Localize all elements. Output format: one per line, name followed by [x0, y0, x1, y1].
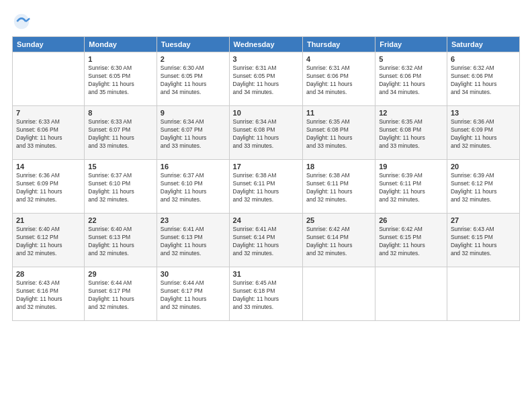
day-number: 21: [16, 216, 81, 224]
day-number: 8: [88, 109, 153, 117]
cell-info: Sunrise: 6:37 AM Sunset: 6:10 PM Dayligh…: [88, 172, 153, 204]
day-number: 10: [233, 109, 299, 117]
calendar-cell: 10Sunrise: 6:34 AM Sunset: 6:08 PM Dayli…: [229, 106, 302, 160]
calendar-cell: 17Sunrise: 6:38 AM Sunset: 6:11 PM Dayli…: [229, 160, 302, 214]
calendar-cell: 19Sunrise: 6:39 AM Sunset: 6:11 PM Dayli…: [375, 160, 447, 214]
calendar-cell: 31Sunrise: 6:45 AM Sunset: 6:18 PM Dayli…: [229, 267, 302, 321]
calendar-cell: 24Sunrise: 6:41 AM Sunset: 6:14 PM Dayli…: [229, 214, 302, 267]
calendar-cell: 7Sunrise: 6:33 AM Sunset: 6:06 PM Daylig…: [13, 106, 85, 160]
day-number: 25: [306, 216, 371, 224]
day-number: 14: [16, 163, 81, 171]
day-number: 12: [379, 109, 443, 117]
calendar-table: SundayMondayTuesdayWednesdayThursdayFrid…: [12, 36, 520, 321]
calendar-cell: 14Sunrise: 6:36 AM Sunset: 6:09 PM Dayli…: [13, 160, 85, 214]
calendar-cell: 1Sunrise: 6:30 AM Sunset: 6:05 PM Daylig…: [85, 52, 157, 106]
calendar-cell: [375, 267, 447, 321]
calendar-day-header: Wednesday: [229, 37, 302, 52]
cell-info: Sunrise: 6:30 AM Sunset: 6:05 PM Dayligh…: [161, 64, 226, 97]
day-number: 4: [306, 55, 371, 63]
cell-info: Sunrise: 6:42 AM Sunset: 6:15 PM Dayligh…: [379, 226, 443, 258]
calendar-cell: 29Sunrise: 6:44 AM Sunset: 6:17 PM Dayli…: [85, 267, 157, 321]
day-number: 7: [16, 109, 81, 117]
day-number: 13: [451, 109, 516, 117]
calendar-cell: 23Sunrise: 6:41 AM Sunset: 6:13 PM Dayli…: [157, 214, 229, 267]
calendar-cell: [447, 267, 519, 321]
calendar-header-row: SundayMondayTuesdayWednesdayThursdayFrid…: [13, 37, 520, 52]
cell-info: Sunrise: 6:42 AM Sunset: 6:14 PM Dayligh…: [306, 226, 371, 258]
calendar-cell: 11Sunrise: 6:35 AM Sunset: 6:08 PM Dayli…: [302, 106, 375, 160]
day-number: 6: [451, 55, 516, 63]
cell-info: Sunrise: 6:41 AM Sunset: 6:13 PM Dayligh…: [161, 226, 226, 258]
cell-info: Sunrise: 6:32 AM Sunset: 6:06 PM Dayligh…: [379, 64, 443, 97]
day-number: 22: [88, 216, 153, 224]
day-number: 9: [161, 109, 226, 117]
cell-info: Sunrise: 6:40 AM Sunset: 6:13 PM Dayligh…: [88, 226, 153, 258]
cell-info: Sunrise: 6:45 AM Sunset: 6:18 PM Dayligh…: [233, 279, 299, 312]
cell-info: Sunrise: 6:44 AM Sunset: 6:17 PM Dayligh…: [88, 279, 153, 312]
logo: [12, 12, 34, 31]
cell-info: Sunrise: 6:43 AM Sunset: 6:15 PM Dayligh…: [451, 226, 516, 258]
day-number: 11: [306, 109, 371, 117]
day-number: 16: [161, 163, 226, 171]
calendar-cell: 13Sunrise: 6:36 AM Sunset: 6:09 PM Dayli…: [447, 106, 519, 160]
day-number: 17: [233, 163, 299, 171]
day-number: 15: [88, 163, 153, 171]
calendar-cell: 12Sunrise: 6:35 AM Sunset: 6:08 PM Dayli…: [375, 106, 447, 160]
calendar-cell: 25Sunrise: 6:42 AM Sunset: 6:14 PM Dayli…: [302, 214, 375, 267]
cell-info: Sunrise: 6:32 AM Sunset: 6:06 PM Dayligh…: [451, 64, 516, 97]
cell-info: Sunrise: 6:31 AM Sunset: 6:06 PM Dayligh…: [306, 64, 371, 97]
calendar-cell: 28Sunrise: 6:43 AM Sunset: 6:16 PM Dayli…: [13, 267, 85, 321]
day-number: 26: [379, 216, 443, 224]
logo-icon: [12, 12, 31, 31]
day-number: 30: [161, 270, 226, 278]
cell-info: Sunrise: 6:33 AM Sunset: 6:07 PM Dayligh…: [88, 118, 153, 150]
calendar-cell: 5Sunrise: 6:32 AM Sunset: 6:06 PM Daylig…: [375, 52, 447, 106]
calendar-cell: 21Sunrise: 6:40 AM Sunset: 6:12 PM Dayli…: [13, 214, 85, 267]
calendar-cell: [13, 52, 85, 106]
calendar-day-header: Tuesday: [157, 37, 229, 52]
calendar-cell: 9Sunrise: 6:34 AM Sunset: 6:07 PM Daylig…: [157, 106, 229, 160]
day-number: 28: [16, 270, 81, 278]
day-number: 29: [88, 270, 153, 278]
cell-info: Sunrise: 6:31 AM Sunset: 6:05 PM Dayligh…: [233, 64, 299, 97]
calendar-week-row: 1Sunrise: 6:30 AM Sunset: 6:05 PM Daylig…: [13, 52, 520, 106]
day-number: 2: [161, 55, 226, 63]
cell-info: Sunrise: 6:39 AM Sunset: 6:11 PM Dayligh…: [379, 172, 443, 204]
calendar-cell: 26Sunrise: 6:42 AM Sunset: 6:15 PM Dayli…: [375, 214, 447, 267]
day-number: 24: [233, 216, 299, 224]
day-number: 5: [379, 55, 443, 63]
cell-info: Sunrise: 6:39 AM Sunset: 6:12 PM Dayligh…: [451, 172, 516, 204]
cell-info: Sunrise: 6:30 AM Sunset: 6:05 PM Dayligh…: [88, 64, 153, 97]
cell-info: Sunrise: 6:34 AM Sunset: 6:08 PM Dayligh…: [233, 118, 299, 150]
day-number: 18: [306, 163, 371, 171]
cell-info: Sunrise: 6:36 AM Sunset: 6:09 PM Dayligh…: [451, 118, 516, 150]
calendar-cell: 16Sunrise: 6:37 AM Sunset: 6:10 PM Dayli…: [157, 160, 229, 214]
cell-info: Sunrise: 6:34 AM Sunset: 6:07 PM Dayligh…: [161, 118, 226, 150]
cell-info: Sunrise: 6:43 AM Sunset: 6:16 PM Dayligh…: [16, 279, 81, 312]
calendar-cell: 4Sunrise: 6:31 AM Sunset: 6:06 PM Daylig…: [302, 52, 375, 106]
calendar-day-header: Saturday: [447, 37, 519, 52]
calendar-day-header: Sunday: [13, 37, 85, 52]
day-number: 23: [161, 216, 226, 224]
calendar-week-row: 21Sunrise: 6:40 AM Sunset: 6:12 PM Dayli…: [13, 214, 520, 267]
cell-info: Sunrise: 6:40 AM Sunset: 6:12 PM Dayligh…: [16, 226, 81, 258]
calendar-week-row: 14Sunrise: 6:36 AM Sunset: 6:09 PM Dayli…: [13, 160, 520, 214]
calendar-week-row: 7Sunrise: 6:33 AM Sunset: 6:06 PM Daylig…: [13, 106, 520, 160]
calendar-cell: 30Sunrise: 6:44 AM Sunset: 6:17 PM Dayli…: [157, 267, 229, 321]
day-number: 3: [233, 55, 299, 63]
calendar-cell: 22Sunrise: 6:40 AM Sunset: 6:13 PM Dayli…: [85, 214, 157, 267]
calendar-cell: 8Sunrise: 6:33 AM Sunset: 6:07 PM Daylig…: [85, 106, 157, 160]
cell-info: Sunrise: 6:37 AM Sunset: 6:10 PM Dayligh…: [161, 172, 226, 204]
calendar-cell: 27Sunrise: 6:43 AM Sunset: 6:15 PM Dayli…: [447, 214, 519, 267]
page: SundayMondayTuesdayWednesdayThursdayFrid…: [0, 0, 532, 411]
cell-info: Sunrise: 6:33 AM Sunset: 6:06 PM Dayligh…: [16, 118, 81, 150]
day-number: 1: [88, 55, 153, 63]
calendar-cell: 3Sunrise: 6:31 AM Sunset: 6:05 PM Daylig…: [229, 52, 302, 106]
calendar-cell: 2Sunrise: 6:30 AM Sunset: 6:05 PM Daylig…: [157, 52, 229, 106]
cell-info: Sunrise: 6:35 AM Sunset: 6:08 PM Dayligh…: [379, 118, 443, 150]
calendar-day-header: Friday: [375, 37, 447, 52]
day-number: 20: [451, 163, 516, 171]
calendar-day-header: Monday: [85, 37, 157, 52]
calendar-cell: 15Sunrise: 6:37 AM Sunset: 6:10 PM Dayli…: [85, 160, 157, 214]
day-number: 19: [379, 163, 443, 171]
